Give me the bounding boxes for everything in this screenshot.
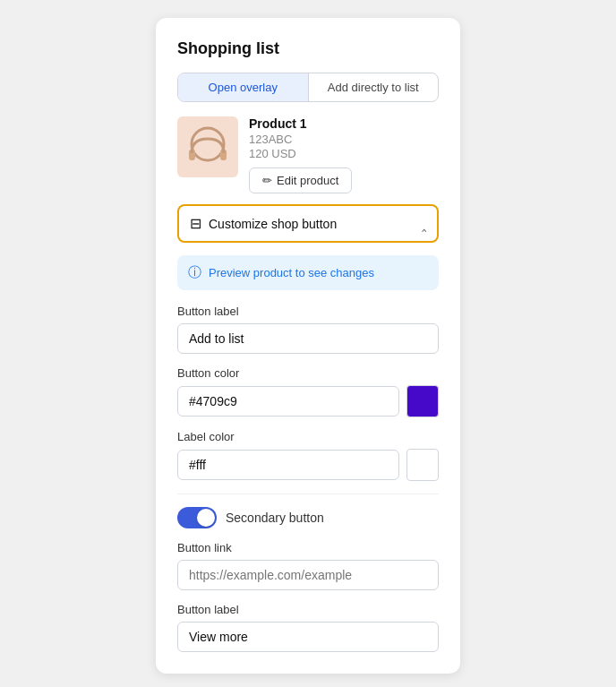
button-label-input[interactable] (177, 323, 439, 354)
chevron-up-icon: ‸ (422, 215, 426, 232)
customize-section-left: ⊟ Customize shop button (190, 215, 337, 232)
product-price: 120 USD (249, 147, 439, 160)
button-link-input[interactable] (177, 560, 439, 590)
product-row: Product 1 123ABC 120 USD ✏ Edit product (177, 116, 439, 193)
edit-product-button[interactable]: ✏ Edit product (249, 167, 352, 193)
button-label-label: Button label (177, 305, 439, 318)
tab-bar: Open overlay Add directly to list (177, 73, 439, 102)
preview-banner-text: Preview product to see changes (209, 266, 374, 279)
product-sku: 123ABC (249, 133, 439, 146)
button-label-2-field: Button label (177, 603, 439, 652)
product-image (177, 116, 238, 177)
svg-point-0 (192, 128, 224, 160)
button-link-field: Button link (177, 541, 439, 603)
label-color-input[interactable] (177, 450, 399, 480)
product-info: Product 1 123ABC 120 USD ✏ Edit product (249, 116, 439, 193)
button-label-2-label: Button label (177, 603, 439, 616)
label-color-row (177, 449, 439, 481)
button-color-label: Button color (177, 366, 439, 380)
customize-section-label: Customize shop button (209, 217, 337, 231)
pencil-icon: ✏ (262, 174, 272, 187)
headphones-icon (182, 125, 234, 169)
info-icon: ⓘ (188, 264, 201, 281)
label-color-field: Label color (177, 430, 439, 481)
customize-section-header[interactable]: ⊟ Customize shop button ‸ (177, 204, 439, 243)
label-color-swatch[interactable] (406, 449, 439, 481)
button-color-swatch[interactable] (406, 385, 439, 417)
toggle-thumb (197, 509, 215, 527)
button-label-2-input[interactable] (177, 622, 439, 652)
tab-add-directly[interactable]: Add directly to list (309, 73, 439, 101)
button-color-input[interactable] (177, 386, 399, 416)
preview-banner: ⓘ Preview product to see changes (177, 255, 439, 290)
secondary-button-toggle[interactable] (177, 507, 217, 528)
button-label-field: Button label (177, 305, 439, 366)
label-color-label: Label color (177, 430, 439, 443)
shopping-list-card: Shopping list Open overlay Add directly … (156, 18, 460, 674)
secondary-button-toggle-row: Secondary button (177, 507, 439, 528)
button-color-row (177, 385, 439, 417)
button-color-field: Button color (177, 366, 439, 417)
edit-product-label: Edit product (277, 174, 338, 187)
secondary-button-label: Secondary button (226, 511, 324, 525)
divider (177, 494, 439, 494)
card-title: Shopping list (177, 39, 439, 58)
product-name: Product 1 (249, 116, 439, 131)
button-link-label: Button link (177, 541, 439, 554)
monitor-icon: ⊟ (190, 215, 201, 232)
tab-open-overlay[interactable]: Open overlay (178, 73, 309, 101)
